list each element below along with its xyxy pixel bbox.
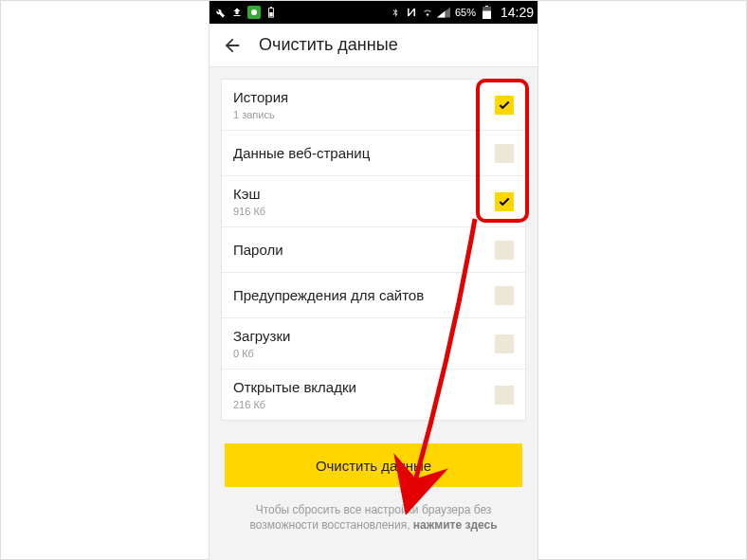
- option-sublabel: 916 Кб: [233, 206, 495, 217]
- option-sublabel: 216 Кб: [233, 399, 495, 410]
- upload-icon: [230, 6, 244, 19]
- option-label: Загрузки: [233, 328, 495, 345]
- option-label: Данные веб-страниц: [233, 145, 495, 162]
- clear-data-button-label: Очистить данные: [316, 458, 431, 474]
- phone-screen: 65% 14:29 Очистить данные История1 запис…: [210, 1, 537, 560]
- option-row[interactable]: Открытые вкладки216 Кб: [222, 370, 525, 420]
- svg-rect-3: [269, 12, 272, 16]
- bluetooth-icon: [389, 6, 402, 19]
- wrench-icon: [213, 6, 227, 19]
- nfc-icon: [405, 6, 418, 19]
- app-icon: [247, 6, 261, 19]
- wifi-icon: [421, 6, 434, 19]
- option-sublabel: 0 Кб: [233, 348, 495, 359]
- battery-icon: [481, 6, 494, 19]
- signal-icon: [437, 6, 450, 19]
- option-sublabel: 1 запись: [233, 109, 495, 120]
- footer-hint: Чтобы сбросить все настройки браузера бе…: [221, 502, 526, 540]
- svg-point-0: [251, 9, 257, 15]
- option-label: Пароли: [233, 242, 495, 259]
- footer-link[interactable]: нажмите здесь: [413, 518, 498, 532]
- svg-rect-5: [485, 6, 488, 7]
- checkbox[interactable]: [495, 386, 514, 405]
- svg-rect-2: [270, 7, 272, 9]
- checkbox[interactable]: [495, 286, 514, 305]
- title-bar: Очистить данные: [210, 24, 537, 67]
- option-row[interactable]: Загрузки0 Кб: [222, 318, 525, 370]
- option-label: История: [233, 89, 495, 106]
- status-bar: 65% 14:29: [210, 1, 537, 24]
- checkbox[interactable]: [495, 334, 514, 353]
- content-area: История1 записьДанные веб-страницКэш916 …: [210, 67, 537, 560]
- svg-rect-6: [483, 11, 491, 20]
- back-button[interactable]: [219, 32, 246, 59]
- option-label: Открытые вкладки: [233, 379, 495, 396]
- option-label: Кэш: [233, 186, 495, 203]
- checkbox[interactable]: [495, 241, 514, 260]
- page-title: Очистить данные: [259, 35, 398, 55]
- battery-small-icon: [264, 6, 278, 19]
- option-row[interactable]: Пароли: [222, 227, 525, 273]
- status-time: 14:29: [497, 5, 534, 20]
- annotation-highlight: [476, 79, 529, 223]
- battery-percentage: 65%: [453, 7, 478, 18]
- option-label: Предупреждения для сайтов: [233, 287, 495, 304]
- option-row[interactable]: Предупреждения для сайтов: [222, 273, 525, 318]
- clear-data-button[interactable]: Очистить данные: [225, 443, 522, 487]
